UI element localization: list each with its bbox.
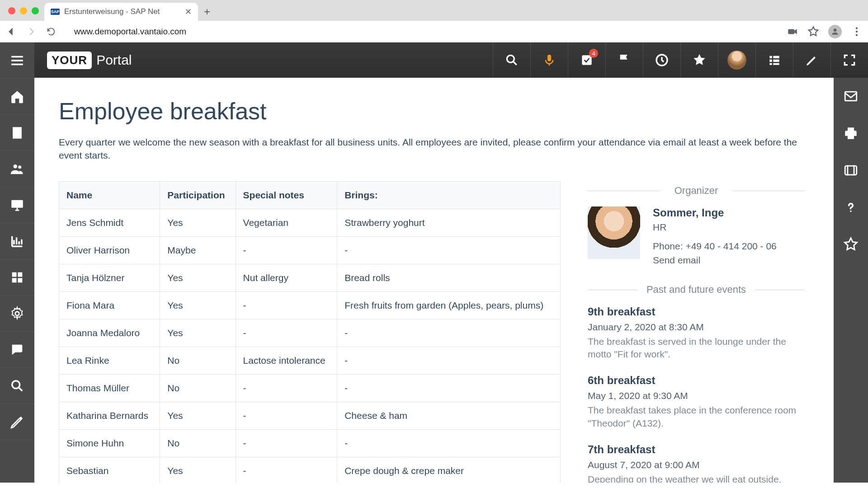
svg-rect-25 (845, 166, 857, 175)
brand-logo[interactable]: YOUR Portal (47, 52, 132, 69)
event-item[interactable]: 9th breakfastJanuary 2, 2020 at 8:30 AMT… (588, 305, 805, 361)
cell-name: Katharina Bernards (59, 402, 160, 429)
table-row: SebastianYes-Crepe dough & crepe maker (59, 457, 561, 483)
fullscreen-button[interactable] (830, 42, 868, 78)
cell-name: Oliver Harrison (59, 236, 160, 264)
svg-point-12 (15, 311, 19, 315)
th-notes: Special notes (236, 181, 337, 209)
cell-notes: - (236, 374, 337, 402)
chart-icon[interactable] (0, 223, 34, 259)
cell-brings: - (337, 319, 561, 347)
edit-button[interactable] (793, 42, 830, 78)
svg-rect-9 (18, 272, 22, 277)
profile-avatar-icon[interactable] (828, 25, 842, 38)
cell-notes: - (236, 236, 337, 264)
svg-rect-7 (11, 200, 23, 207)
search-nav-icon[interactable] (0, 368, 34, 404)
browser-menu-icon[interactable] (851, 26, 863, 38)
monitor-icon[interactable] (0, 187, 34, 223)
browser-tab[interactable]: SAP Erstunterweisung - SAP Net ✕ (44, 3, 198, 21)
svg-rect-0 (788, 29, 794, 34)
cell-brings: - (337, 236, 561, 264)
svg-rect-10 (12, 278, 17, 282)
page-description: Every quarter we welcome the new season … (59, 136, 809, 162)
svg-point-5 (14, 164, 18, 169)
event-desc: The breakfast is served in the lounge un… (588, 335, 805, 361)
tab-close-icon[interactable]: ✕ (185, 7, 192, 17)
menu-toggle-icon[interactable] (0, 42, 34, 79)
table-row: Fiona MaraYes-Fresh fruits from garden (… (59, 291, 561, 319)
clock-button[interactable] (643, 42, 680, 78)
cell-name: Simone Huhn (59, 429, 160, 457)
svg-rect-24 (845, 92, 857, 101)
star-outline-icon[interactable] (834, 226, 868, 263)
grid-icon[interactable] (0, 259, 34, 296)
nav-back-button[interactable] (5, 26, 17, 38)
tab-title: Erstunterweisung - SAP Net (64, 7, 160, 16)
cell-name: Fiona Mara (59, 291, 160, 319)
app-topbar: YOUR Portal 4 (34, 42, 868, 78)
cell-name: Tanja Hölzner (59, 264, 160, 291)
users-icon[interactable] (0, 151, 34, 187)
cell-participation: Maybe (160, 236, 236, 264)
event-item[interactable]: 6th breakfastMay 1, 2020 at 9:30 AMThe b… (588, 374, 805, 430)
microphone-button[interactable] (530, 42, 568, 78)
home-icon[interactable] (0, 79, 34, 115)
organizer-photo (588, 206, 640, 259)
event-date: May 1, 2020 at 9:30 AM (588, 390, 805, 401)
cell-notes: - (236, 291, 337, 319)
organizer-name: Sommer, Inge (653, 206, 777, 219)
favorites-button[interactable] (680, 42, 718, 78)
organizer-email-link[interactable]: Send email (653, 253, 777, 267)
window-minimize-icon[interactable] (20, 7, 27, 14)
cell-brings: - (337, 374, 561, 402)
cell-brings: - (337, 429, 561, 457)
svg-point-14 (507, 55, 514, 62)
address-bar[interactable]: www.demoportal.vantaio.com (65, 27, 778, 37)
organizer-phone: Phone: +49 40 - 414 200 - 06 (653, 239, 777, 253)
new-tab-button[interactable]: + (198, 3, 216, 21)
cell-name: Sebastian (59, 457, 160, 483)
bookmark-star-icon[interactable] (807, 26, 819, 38)
svg-rect-15 (547, 55, 551, 61)
help-icon[interactable] (834, 189, 868, 226)
page-title: Employee breakfast (59, 98, 809, 125)
organizer-dept: HR (653, 222, 777, 233)
cell-participation: Yes (160, 402, 236, 429)
nav-reload-button[interactable] (45, 26, 57, 38)
tasks-button[interactable]: 4 (568, 42, 605, 78)
event-title: 6th breakfast (588, 374, 805, 387)
edit-nav-icon[interactable] (0, 404, 34, 440)
th-name: Name (59, 181, 160, 209)
table-row: Joanna MedaloroYes-- (59, 319, 561, 347)
tab-favicon-icon: SAP (51, 9, 60, 15)
building-icon[interactable] (0, 115, 34, 151)
flag-button[interactable] (605, 42, 643, 78)
cell-notes: - (236, 402, 337, 429)
svg-point-6 (18, 165, 21, 169)
print-icon[interactable] (834, 115, 868, 152)
window-maximize-icon[interactable] (32, 7, 39, 14)
user-avatar-button[interactable] (718, 42, 755, 78)
search-button[interactable] (493, 42, 530, 78)
camera-icon[interactable] (787, 26, 798, 38)
mail-icon[interactable] (834, 78, 868, 115)
event-desc: The breakfast takes place in the confere… (588, 404, 805, 430)
video-icon[interactable] (834, 152, 868, 189)
list-view-button[interactable] (755, 42, 793, 78)
right-sidebar (834, 78, 868, 483)
cell-brings: - (337, 347, 561, 374)
cell-name: Lea Rinke (59, 347, 160, 374)
cell-participation: Yes (160, 457, 236, 483)
settings-icon[interactable] (0, 296, 34, 332)
cell-participation: No (160, 374, 236, 402)
cell-participation: Yes (160, 209, 236, 236)
window-close-icon[interactable] (8, 7, 15, 14)
svg-rect-27 (854, 165, 855, 176)
event-item[interactable]: 7th breakfastAugust 7, 2020 at 9:00 AMDe… (588, 443, 805, 483)
event-title: 7th breakfast (588, 443, 805, 456)
cell-brings: Crepe dough & crepe maker (337, 457, 561, 483)
svg-rect-21 (773, 60, 779, 62)
chat-icon[interactable] (0, 332, 34, 368)
nav-forward-button[interactable] (25, 26, 37, 38)
